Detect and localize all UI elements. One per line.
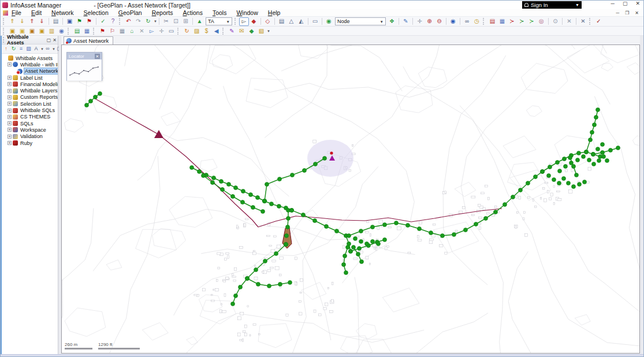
clear-trace-icon[interactable]: ✕ (564, 17, 574, 26)
menu-selection[interactable]: Selection (84, 9, 109, 16)
database-find-icon[interactable]: ◉ (57, 27, 66, 35)
layer-theme-icon[interactable]: ▧ (256, 27, 266, 35)
grid-window-icon[interactable]: ▦ (82, 27, 92, 35)
tab-asset-network[interactable]: Asset Network (64, 36, 113, 44)
import-model-icon[interactable]: ⇑ (8, 17, 17, 26)
tree-item-whitbale-sqls[interactable]: +Whitbale SQLs (2, 107, 58, 113)
toolbar-grip[interactable] (589, 18, 592, 25)
toolbar-grip[interactable] (119, 18, 122, 25)
locator-close-icon[interactable]: ✕ (95, 54, 100, 59)
tree-item-sqls[interactable]: +SQLs (2, 120, 58, 127)
move-vertex-icon[interactable]: ✛ (157, 27, 166, 35)
validate-icon[interactable]: ✓ (98, 17, 108, 26)
export-data-icon[interactable]: ⇓ (37, 17, 47, 26)
menu-geoplan[interactable]: GeoPlan (118, 9, 142, 16)
deselect-object-icon[interactable]: ◇ (263, 17, 273, 26)
close-button[interactable]: ✕ (635, 1, 640, 6)
tree-expander-icon[interactable]: + (8, 141, 12, 145)
find-tree-icon[interactable]: ∞ (44, 45, 51, 53)
validate-network-icon[interactable]: ⚑ (98, 27, 107, 35)
menu-window[interactable]: Window (236, 9, 258, 16)
trace-connected-icon[interactable]: ≻ (527, 17, 537, 26)
locator-window[interactable]: Locator ✕ (66, 52, 102, 81)
undo-icon[interactable]: ↶ (124, 17, 133, 26)
pointer-alt-icon[interactable]: ▻ (147, 27, 157, 35)
mail-icon[interactable]: ✉ (237, 27, 247, 35)
menu-file[interactable]: File (12, 9, 21, 16)
pan-icon[interactable]: ✛ (415, 17, 425, 26)
map-canvas[interactable] (62, 45, 640, 354)
clear-results-icon[interactable]: ✕ (578, 17, 588, 26)
tree-item-whitbale-with-id-asset[interactable]: +Whitbale - with ID asset (2, 61, 58, 68)
alert-node[interactable] (330, 151, 333, 154)
publish-icon[interactable]: ◆ (247, 27, 256, 35)
tree-item-label-list[interactable]: +Label List (2, 75, 58, 81)
tree-expander-icon[interactable]: + (8, 82, 12, 86)
toolbar-grip[interactable] (68, 28, 70, 35)
panel-close-button[interactable]: ✕ (53, 38, 57, 43)
tree-expander-icon[interactable]: + (8, 62, 12, 66)
tree-item-selection-list[interactable]: +Selection List (2, 101, 58, 107)
geoplan-map[interactable]: Locator ✕ 260 m 1290 ft (61, 44, 640, 354)
toolbar-grip[interactable] (483, 18, 486, 25)
tree-item-whitbale-assets[interactable]: Whitbale Assets (2, 55, 58, 61)
home-view-icon[interactable]: ⌂ (127, 27, 137, 35)
tree-expander-icon[interactable]: + (8, 121, 12, 125)
dropdown-arrow-icon[interactable]: ▼ (267, 29, 270, 33)
cut-icon[interactable]: ✂ (161, 17, 171, 26)
open-database-icon[interactable]: ▥ (47, 27, 57, 35)
trace-downstream-icon[interactable]: ≻ (517, 17, 527, 26)
scenario-combo[interactable]: TA▼ (206, 17, 232, 25)
geoplan-window-icon[interactable]: ▤ (72, 27, 82, 35)
commit-check-icon[interactable]: ✓ (594, 17, 604, 26)
drag-grip[interactable] (3, 37, 5, 43)
menu-tools[interactable]: Tools (213, 9, 227, 16)
flag-edit-icon[interactable]: ▤ (277, 17, 286, 26)
flag-clear-icon[interactable]: ⚐ (107, 27, 117, 35)
dimension-icon[interactable]: ◭ (296, 17, 306, 26)
refresh-icon[interactable]: ↻ (143, 17, 153, 26)
menu-help[interactable]: Help (268, 9, 281, 16)
tree-expander-icon[interactable]: + (8, 102, 12, 106)
tree-expander-icon[interactable]: + (8, 135, 12, 139)
sign-in-button[interactable]: Sign In ▼ (522, 1, 582, 9)
print-icon[interactable]: ▤ (51, 17, 61, 26)
sql-select-icon[interactable]: ▤ (487, 17, 497, 26)
toolbar-grip[interactable] (234, 18, 237, 25)
menu-network[interactable]: Network (51, 9, 74, 16)
recent-views-icon[interactable]: ◷ (472, 17, 482, 26)
grid-view-icon[interactable]: ▦ (497, 17, 507, 26)
menu-edit[interactable]: Edit (31, 9, 42, 16)
sort-icon[interactable]: A (32, 45, 40, 53)
find-icon[interactable]: ∞ (462, 17, 472, 26)
tree-expander-icon[interactable]: + (8, 109, 12, 113)
paste-icon[interactable]: ⊞ (181, 17, 191, 26)
thematic-icon[interactable]: ▨ (192, 27, 202, 35)
zoom-extents-icon[interactable]: ◉ (448, 17, 458, 26)
scenario-flag-icon[interactable]: ▲ (195, 17, 204, 26)
view-list-icon[interactable]: ≡ (17, 45, 25, 53)
redo-icon[interactable]: ↷ (133, 17, 143, 26)
tree-expander-icon[interactable]: + (8, 115, 12, 119)
copy-icon[interactable]: ⊡ (171, 17, 181, 26)
export-model-icon[interactable]: ⇓ (17, 17, 27, 26)
object-type-combo[interactable]: Node▼ (335, 17, 386, 25)
tree-expander-icon[interactable]: + (8, 95, 12, 99)
tree-item-custom-reports[interactable]: +Custom Reports (2, 94, 58, 101)
pipe-link[interactable] (349, 172, 542, 236)
locator-minimap[interactable] (67, 60, 102, 81)
help-icon[interactable]: ? (108, 17, 118, 26)
vehicle-route-icon[interactable]: ⊙ (550, 17, 560, 26)
promote-icon[interactable]: ↑ (2, 45, 10, 53)
revert-view-icon[interactable]: ↻ (182, 27, 192, 35)
close-window-icon[interactable]: ✕ (137, 27, 147, 35)
toolbar-grip[interactable] (177, 28, 180, 35)
select-object-icon[interactable]: ◆ (249, 17, 259, 26)
tree-item-cs-themes[interactable]: +CS THEMES (2, 114, 58, 120)
revert-flag-icon[interactable]: ⚑ (84, 17, 94, 26)
minimize-button[interactable]: ─ (611, 1, 615, 6)
tree-expander-icon[interactable]: + (8, 128, 12, 132)
save-icon[interactable]: ▣ (65, 17, 75, 26)
tree-item-financial-modeling[interactable]: +Financial Modeling (2, 81, 58, 87)
properties-grid-icon[interactable]: ▦ (117, 27, 127, 35)
